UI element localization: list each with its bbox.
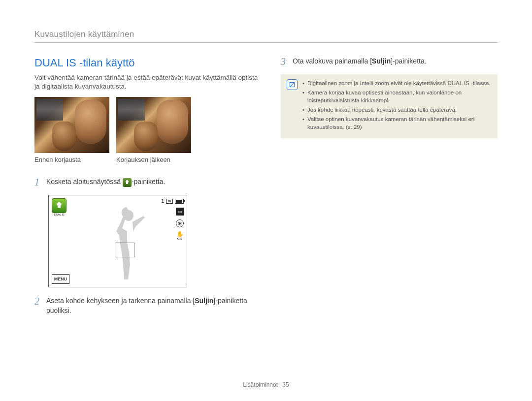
note-item: Kamera korjaa kuvaa optisesti ainoastaan…	[302, 89, 491, 105]
step-number: 2	[34, 296, 41, 306]
photo-after	[116, 97, 191, 153]
step-text: ]-painiketta.	[391, 57, 426, 65]
note-item: Valitse optinen kuvanvakautus kameran tä…	[302, 115, 491, 131]
page-title: DUAL IS -tilan käyttö	[34, 57, 261, 69]
battery-icon	[175, 199, 184, 204]
photo-before	[34, 97, 109, 153]
step-3: 3 Ota valokuva painamalla [Suljin]-paini…	[281, 57, 498, 66]
page-footer: Lisätoiminnot 35	[0, 381, 532, 388]
dual-is-mode-icon[interactable]	[52, 198, 66, 213]
resolution-icon[interactable]: ▭	[176, 208, 184, 216]
flash-icon[interactable]: ✱	[176, 219, 184, 227]
shutter-key: Suljin	[195, 297, 213, 305]
ois-icon[interactable]: ✋OIS	[176, 231, 184, 239]
note-item: Digitaalinen zoom ja Intelli-zoom eivät …	[302, 79, 491, 88]
intro-text: Voit vähentää kameran tärinää ja estää e…	[34, 73, 261, 91]
note-list: Digitaalinen zoom ja Intelli-zoom eivät …	[302, 79, 491, 132]
breadcrumb: Kuvaustilojen käyttäminen	[34, 30, 498, 39]
step-text: -painiketta.	[132, 178, 165, 185]
shutter-key: Suljin	[372, 57, 391, 65]
info-note: Digitaalinen zoom ja Intelli-zoom eivät …	[281, 74, 498, 138]
caption-after: Korjauksen jälkeen	[116, 156, 191, 163]
step-number: 3	[281, 57, 288, 66]
focus-frame	[115, 243, 134, 257]
shot-counter: 1	[161, 198, 164, 204]
step-number: 1	[34, 177, 41, 187]
note-icon	[287, 79, 298, 90]
step-2: 2 Aseta kohde kehykseen ja tarkenna pain…	[34, 296, 261, 315]
menu-button[interactable]: MENU	[52, 274, 69, 284]
dual-is-mode-label: DUAL IS	[52, 213, 66, 216]
before-after-row	[34, 97, 261, 153]
page-number: 35	[282, 381, 289, 388]
step-text: Aseta kohde kehykseen ja tarkenna painam…	[46, 297, 195, 305]
caption-before: Ennen korjausta	[34, 156, 109, 163]
step-1: 1 Kosketa aloitusnäytössä -painiketta.	[34, 177, 261, 187]
memory-icon: m	[166, 199, 173, 204]
camera-status-bar: 1 m	[161, 198, 184, 204]
camera-preview: DUAL IS 1 m ▭ ✱ ✋OIS MENU	[48, 195, 187, 287]
note-item: Jos kohde liikkuu nopeasti, kuvasta saat…	[302, 106, 491, 114]
divider	[34, 42, 498, 43]
dual-is-icon	[123, 178, 132, 187]
step-text: Ota valokuva painamalla [	[293, 57, 372, 65]
footer-section: Lisätoiminnot	[243, 381, 278, 388]
step-text: Kosketa aloitusnäytössä	[46, 178, 123, 185]
